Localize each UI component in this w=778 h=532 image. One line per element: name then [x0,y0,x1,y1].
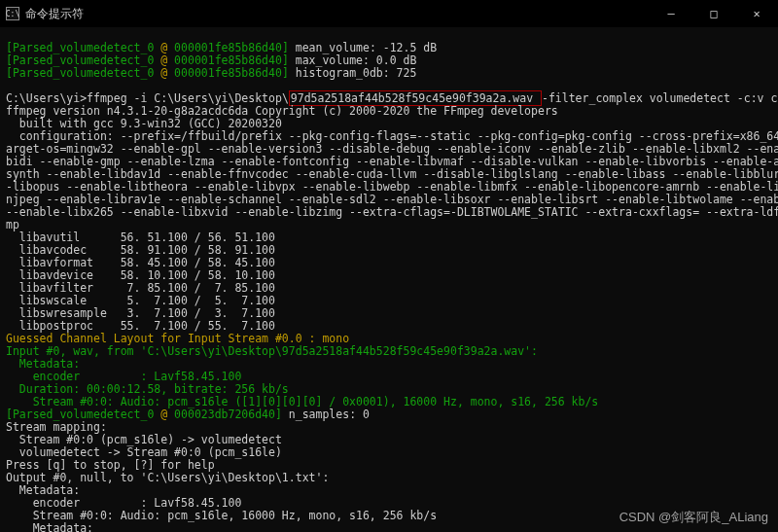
max-volume-line: max_volume: 0.0 dB [296,53,417,67]
window-title: 命令提示符 [25,6,84,22]
watermark: CSDN @剑客阿良_ALiang [619,509,768,526]
input-stream: Input #0, wav, from 'C:\Users\yi\Desktop… [6,344,538,358]
ffmpeg-version: ffmpeg version n4.3.1-20-g8a2acdc6da Cop… [6,104,558,118]
close-button[interactable]: ✕ [735,0,778,27]
cmd-icon: C:\ [6,7,19,20]
output-stream: Output #0, null, to 'C:\Users\yi\Desktop… [6,471,329,484]
terminal-output[interactable]: [Parsed_volumedetect_0 @ 000001fe85b86d4… [0,27,778,532]
minimize-button[interactable]: — [650,0,692,27]
parsed-tag: [Parsed_volumedetect_0 [6,41,160,54]
guessed-layout: Guessed Channel Layout for Input Stream … [6,332,349,345]
maximize-button[interactable]: □ [692,0,735,27]
histogram-line: histogram_0db: 725 [296,66,417,80]
prompt: C:\Users\yi> [6,91,87,105]
window-buttons: — □ ✕ [650,0,778,27]
mean-volume-line: mean_volume: -12.5 dB [296,41,437,54]
titlebar[interactable]: C:\ 命令提示符 — □ ✕ [0,0,778,27]
